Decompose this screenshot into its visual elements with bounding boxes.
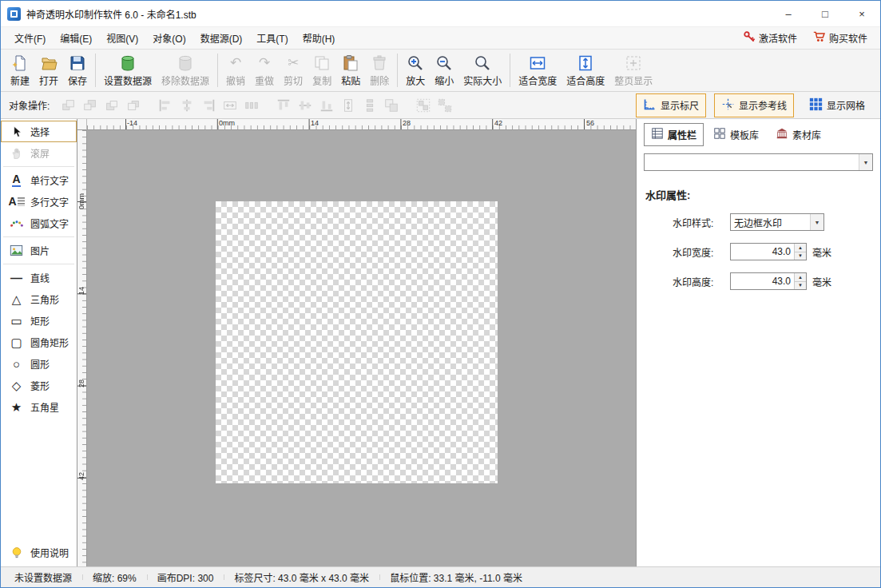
buy-software-button[interactable]: 购买软件 (807, 28, 874, 48)
send-backward-icon[interactable] (124, 96, 143, 115)
show-guides-toggle[interactable]: 显示参考线 (714, 93, 794, 117)
watermark-style-label: 水印样式: (673, 216, 727, 229)
redo-label: 重做 (255, 74, 274, 87)
watermark-style-combobox[interactable]: 无边框水印 ▼ (730, 213, 824, 231)
align-bottom-icon[interactable] (317, 96, 336, 115)
whole-page-button[interactable]: 整页显示 (609, 51, 657, 89)
vertical-ruler[interactable]: 0mm 14 28 42 (77, 130, 87, 566)
watermark-artboard[interactable] (216, 201, 498, 483)
watermark-height-spinner[interactable]: 43.0 ▲ ▼ (730, 272, 807, 290)
ungroup-icon[interactable] (435, 96, 454, 115)
zoom-out-button[interactable]: 缩小 (430, 51, 458, 89)
zoom-in-button[interactable]: 放大 (401, 51, 430, 89)
save-button[interactable]: 保存 (63, 51, 92, 89)
main-area: 选择 滚屏 A 单行文字 A 多行文字 圆弧文字 图片 — 直线 △ (1, 119, 880, 566)
new-button[interactable]: 新建 (6, 51, 34, 89)
send-to-back-icon[interactable] (81, 96, 100, 115)
tool-star[interactable]: ★ 五角星 (1, 396, 77, 418)
menu-help[interactable]: 帮助(H) (296, 27, 343, 49)
fit-width-button[interactable]: 适合宽度 (514, 51, 562, 89)
delete-button[interactable]: 删除 (365, 51, 394, 89)
paste-button[interactable]: 粘贴 (336, 51, 365, 89)
align-right-icon[interactable] (199, 96, 218, 115)
h-ruler-label: -14 (127, 119, 137, 127)
distribute-horizontal-icon[interactable] (242, 96, 261, 115)
bring-forward-icon[interactable] (102, 96, 121, 115)
same-height-icon[interactable] (339, 96, 358, 115)
canvas-viewport[interactable]: -14 0mm 14 28 42 56 0mm 14 28 42 (77, 119, 636, 566)
chevron-down-icon[interactable]: ▼ (810, 214, 823, 230)
bring-to-front-icon[interactable] (59, 96, 78, 115)
menu-tools[interactable]: 工具(T) (249, 27, 295, 49)
close-button[interactable]: × (843, 1, 880, 26)
tool-line[interactable]: — 直线 (1, 267, 77, 288)
tool-separator (3, 264, 74, 264)
maximize-button[interactable]: □ (807, 1, 843, 26)
cut-button[interactable]: ✂ 剪切 (279, 51, 308, 89)
paste-label: 粘贴 (341, 74, 360, 87)
distribute-vertical-icon[interactable] (360, 96, 379, 115)
undo-button[interactable]: ↶ 撤销 (221, 51, 250, 89)
star-icon: ★ (7, 401, 26, 413)
align-middle-icon[interactable] (296, 96, 315, 115)
tool-rounded-rect[interactable]: ▢ 圆角矩形 (1, 332, 77, 353)
spin-up-icon[interactable]: ▲ (795, 244, 806, 252)
menu-file[interactable]: 文件(F) (7, 27, 53, 49)
titlebar[interactable]: 神奇透明水印制作软件 6.0 - 未命名1.stb – □ × (1, 1, 880, 26)
activate-software-button[interactable]: 激活软件 (736, 28, 804, 48)
open-button[interactable]: 打开 (34, 51, 63, 89)
watermark-height-row: 水印高度: 43.0 ▲ ▼ 毫米 (644, 272, 873, 290)
object-selector-combobox[interactable]: ▼ (644, 153, 873, 171)
tool-rect[interactable]: ▭ 矩形 (1, 310, 77, 332)
tool-multi-line-text[interactable]: A 多行文字 (1, 191, 77, 213)
actual-size-button[interactable]: 实际大小 (458, 51, 506, 89)
tool-image[interactable]: 图片 (1, 240, 77, 261)
save-disk-icon (69, 54, 86, 72)
redo-button[interactable]: ↷ 重做 (250, 51, 279, 89)
show-grid-toggle[interactable]: 显示网格 (802, 93, 872, 117)
same-width-icon[interactable] (220, 96, 240, 115)
minimize-button[interactable]: – (770, 1, 807, 26)
menu-object[interactable]: 对象(O) (145, 27, 192, 49)
cart-icon (813, 30, 826, 46)
tool-arc-text[interactable]: 圆弧文字 (1, 213, 77, 234)
tab-templates[interactable]: 模板库 (706, 123, 766, 146)
spin-down-icon[interactable]: ▼ (795, 282, 806, 290)
status-zoom: 缩放: 69% (82, 570, 147, 584)
chevron-down-icon[interactable]: ▼ (859, 154, 872, 170)
tab-properties[interactable]: 属性栏 (644, 123, 704, 146)
open-button-label: 打开 (39, 74, 58, 87)
watermark-height-value[interactable]: 43.0 (731, 273, 794, 289)
menu-view[interactable]: 视图(V) (99, 27, 145, 49)
align-left-icon[interactable] (156, 96, 175, 115)
open-folder-icon (40, 54, 58, 72)
help-button[interactable]: 使用说明 (1, 542, 77, 563)
watermark-width-spinner[interactable]: 43.0 ▲ ▼ (730, 243, 807, 260)
menu-edit[interactable]: 编辑(E) (53, 27, 99, 49)
align-center-horizontal-icon[interactable] (177, 96, 196, 115)
show-ruler-toggle[interactable]: 显示标尺 (636, 93, 706, 117)
tool-pan[interactable]: 滚屏 (1, 142, 77, 164)
watermark-width-value[interactable]: 43.0 (731, 244, 794, 260)
tool-single-line-text[interactable]: A 单行文字 (1, 169, 77, 191)
key-icon (743, 30, 756, 46)
same-size-icon[interactable] (382, 96, 401, 115)
h-ruler-label: 14 (311, 119, 319, 127)
show-guides-label: 显示参考线 (739, 98, 787, 112)
tab-materials[interactable]: 素材库 (768, 123, 828, 146)
set-datasource-button[interactable]: 设置数据源 (99, 51, 157, 89)
spin-down-icon[interactable]: ▼ (795, 252, 806, 260)
copy-button[interactable]: 复制 (308, 51, 336, 89)
spin-up-icon[interactable]: ▲ (795, 273, 806, 282)
copy-label: 复制 (312, 74, 331, 87)
remove-datasource-button[interactable]: 移除数据源 (157, 51, 214, 89)
horizontal-ruler[interactable]: -14 0mm 14 28 42 56 (87, 119, 636, 130)
menu-datasource[interactable]: 数据源(D) (193, 27, 250, 49)
tool-circle[interactable]: ○ 圆形 (1, 353, 77, 375)
tool-select[interactable]: 选择 (1, 121, 77, 142)
group-icon[interactable] (414, 96, 433, 115)
tool-diamond[interactable]: ◇ 菱形 (1, 375, 77, 396)
align-top-icon[interactable] (274, 96, 293, 115)
fit-height-button[interactable]: 适合高度 (562, 51, 609, 89)
tool-triangle[interactable]: △ 三角形 (1, 288, 77, 310)
